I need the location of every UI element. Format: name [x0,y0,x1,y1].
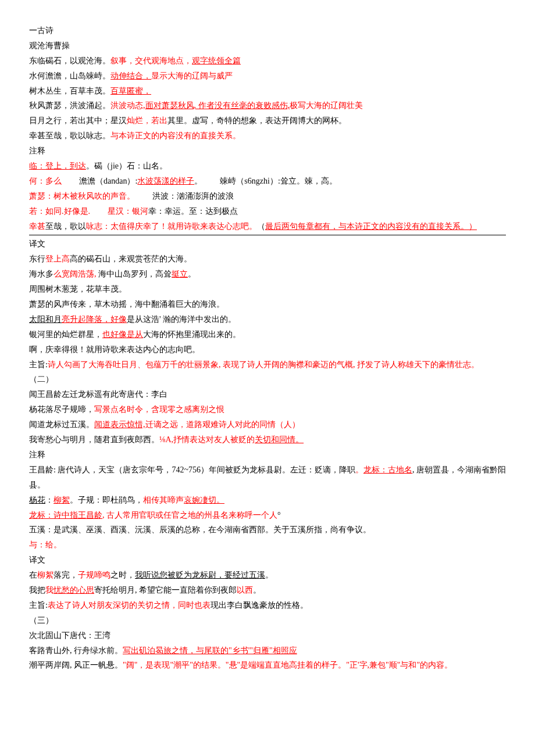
translation-line: 海水多么宽阔浩荡, 海中山岛罗列，高耸挺立。 [29,267,506,282]
poem-line: 闻道龙标过五溪。闻道表示惊惜,迁谪之远，道路艰难诗人对此的同情（人） [29,417,506,432]
annotation-underline: 动伸结合， [110,71,151,80]
annotation: 以西 [237,586,253,594]
annotation: "阔"，是表现"潮平"的结果。"悬"是端端直直地高挂着的样子。"正'字,兼包"顺… [123,661,452,669]
note-term: 与：给。 [29,540,62,549]
text: 周围树木葱茏，花草丰茂。 [29,285,127,293]
notes-header: 注释 [29,447,506,463]
annotation-underline: 观字统领全篇 [192,56,241,65]
poem-line: 幸甚至哉，歌以咏志。与本诗正文的内容没有的直接关系。 [29,128,506,144]
text: 译文 [29,556,45,564]
text: 译文 [29,239,45,248]
note-term: 何：多么 [29,177,62,185]
annotation: 与本诗正文的内容没有的直接关系。 [110,131,241,140]
text: 注释 [29,146,45,155]
annotation-underline: 面对萧瑟秋风, 作者没有丝毫的衰败感伤, [145,101,290,110]
text: 。 [355,465,363,474]
annotation: 柳絮 [37,571,54,579]
annotation-underline: 写出矶泊曷旅之情，与尾联的"乡书'"归雁"相照应 [123,646,297,655]
poem-line: 秋风萧瑟，洪波涌起。洪波动态,面对萧瑟秋风, 作者没有丝毫的衰败感伤,极写大海的… [29,98,506,113]
text: 其里。虚写，奇特的想象，表达开阔博大的网杯。 [167,116,347,125]
poem-line: 潮平两岸阔, 风正一帆悬。"阔"，是表现"潮平"的结果。"悬"是端端直直地高挂着… [29,658,506,673]
annotation: 灿烂，若出 [127,116,167,125]
annotation: 显示大海的辽阔与威严 [151,71,233,80]
note-line: 若：如同.好像是.星汉：银河幸：幸运。至：达到极点 [29,204,506,219]
text: 寄托给明月, 希望它能一直陪着你到夜郎 [94,586,237,594]
translation-header: 译文 [29,553,506,568]
text: （二） [29,375,54,384]
text: 东临碣石，以观沧海。 [29,56,110,65]
note-line: 与：给。 [29,538,506,553]
notes-header: 注释 [29,144,506,159]
text: 秋风萧瑟，洪波涌起。 [29,101,110,110]
text: 一古诗 [29,26,54,35]
poem-line: 我寄愁心与明月，随君直到夜郎西。⅛A,抒情表达对友人被贬的关切和同情。 [29,432,506,447]
theme-line: 主旨:诗人勾画了大海吞吐日月、包蕴万千的壮丽景象, 表现了诗人开阔的胸襟和豪迈的… [29,357,506,372]
translation-line: 周围树木葱茏，花草丰茂。 [29,282,506,297]
note-line: 临：登上，到达。碣（jie）石：山名。 [29,159,506,174]
text: 。碣（jie）石：山名。 [86,162,167,170]
note-def: 水波荡漾的样子 [137,177,194,185]
note-def: 柳絮 [54,496,70,504]
text: 至哉，歌以 [45,222,86,231]
note-def: 相传其啼声 [143,496,184,504]
text: 大海的怀抱里涌现出来的。 [143,330,241,339]
annotation: 挺立 [172,270,188,278]
text: 是从这浩' 瀚的海洋中发出的。 [127,315,236,324]
text: 。 [253,586,261,594]
text: 高的碣石山，来观赏苍茫的大海。 [70,255,192,263]
text: 在 [29,571,37,579]
poem-line: 东临碣石，以观沧海。叙事，交代观海地点，观字统领全篇 [29,53,506,69]
translation-line: 我把我忧愁的心思寄托给明月, 希望它能一直陪着你到夜郎以西。 [29,583,506,598]
text: 潮平两岸阔, 风正一帆悬。 [29,661,123,669]
note-term: 咏志： [86,222,110,231]
note-def: 哀婉凄切。 [184,496,224,504]
text: 我把 [29,586,45,594]
annotation: 也好像是从 [102,330,143,339]
annotation: 叙事，交代观海地点， [110,56,192,65]
text: 。 [188,270,196,278]
annotation: 极写大海的辽阔壮美 [290,101,363,110]
poem-line: 树木丛生，百草丰茂。百草匿蜜， [29,84,506,99]
annotation: 么宽阔浩荡, [54,270,97,278]
translation-line: 在柳絮落完，子规啼鸣之时，我听说您被贬为龙标尉，要经过五溪。 [29,568,506,583]
poem-line: 水何澹澹，山岛竦峙。动伸结合，显示大海的辽阔与威严 [29,69,506,84]
theme-text: 表达了诗人对朋友深切的关切之情，同时也表 [48,601,211,610]
text: 注释 [29,450,45,459]
note-def: 最后两句每章都有，与本诗正文的内容没有的直接关系。） [265,222,477,231]
text: 海水多 [29,270,54,278]
text: 闻王昌龄左迁龙标遥有此寄唐代：李白 [29,390,167,399]
divider [29,235,506,235]
theme-text: 现出李白飘逸豪放的性格。 [211,601,308,610]
annotation: 亮升起降落，好像 [62,315,127,324]
note-line: 五溪：是武溪、巫溪、酉溪、沅溪、辰溪的总称，在今湖南省西部。关于五溪所指，尚有争… [29,522,506,538]
theme-label: 主旨: [29,601,48,610]
note-term: 幸甚 [29,222,45,231]
poem-line: 日月之行，若出其中；星汉灿烂，若出其里。虚写，奇特的想象，表达开阔博大的网杯。 [29,113,506,128]
text: 闻道龙标过五溪。 [29,420,94,429]
text: 海中山岛罗列，高耸 [97,270,172,278]
text: 洪波：汹涌澎湃的波浪 [152,192,234,200]
translation-header: 译文 [29,237,506,252]
text: 幸甚至哉，歌以咏志。 [29,131,110,140]
theme-line: 主旨:表达了诗人对朋友深切的关切之情，同时也表现出李白飘逸豪放的性格。 [29,598,506,613]
note-term: 临：登上，到达 [29,162,86,170]
translation-line: 萧瑟的风声传来，草木动摇，海中翻涌着巨大的海浪。 [29,297,506,312]
section-3-header: （三） [29,613,506,628]
text: 水何澹澹，山岛竦峙。 [29,71,110,80]
poem-3-title: 次北固山下唐代：王湾 [29,628,506,643]
text: （三） [29,616,54,625]
theme-label: 主旨: [29,360,48,369]
annotation: 迁谪之远，道路艰难诗人对此的同情（人） [145,420,300,429]
poem-2-title: 闻王昌龄左迁龙标遥有此寄唐代：李白 [29,387,506,402]
note-term: 龙标：诗中指王昌龄 [29,511,102,519]
text: 竦峙（s6ngzhi）:耸立。竦，高。 [220,177,337,185]
text: （ [257,222,265,231]
translation-line: 太阳和月亮升起降落，好像是从这浩' 瀚的海洋中发出的。 [29,312,506,327]
note-line: 王昌龄: 唐代诗人，天宝（唐玄宗年号，742~756）年间被贬为龙标县尉。左迁：… [29,463,506,493]
translation-line: 银河里的灿烂群星，也好像是从大海的怀抱里涌现出来的。 [29,327,506,342]
poem-line: 杨花落尽子规啼，写景点名时令，含现零之感离别之恨 [29,402,506,417]
text: 。 [194,177,202,185]
annotation-underline: 关切和同情。 [255,435,304,444]
text: 太阳和月 [29,315,62,324]
text: 幸：幸运。至：达到极点 [148,207,238,216]
